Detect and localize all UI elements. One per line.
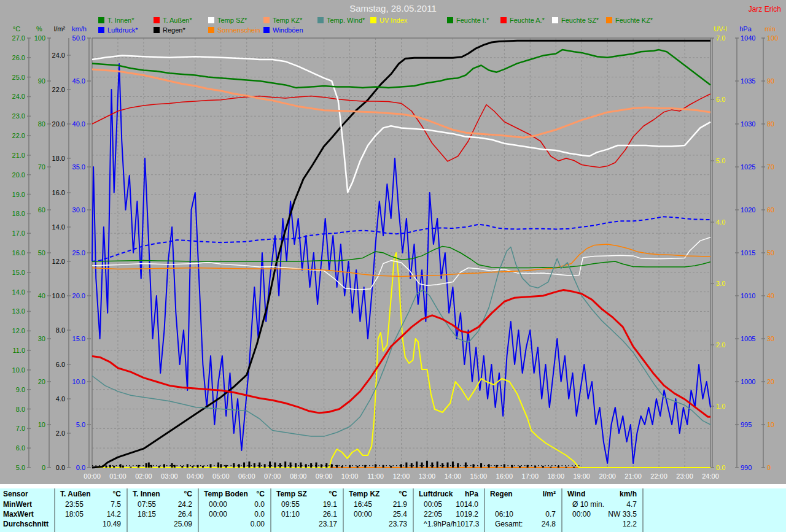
- axis-tick-label-degC: 18.0: [12, 210, 25, 217]
- axis-tick-label-kmh: 0.0: [76, 464, 85, 471]
- table-column-t-au-en: T. Außen°C23:557.518:0514.210.49: [54, 488, 126, 532]
- rain-rate-bar: [233, 463, 235, 468]
- x-axis-label: 05:00: [212, 472, 230, 480]
- axis-tick-label-lm2: 10.0: [52, 292, 65, 299]
- cell-value: 0.00: [251, 520, 265, 528]
- axis-tick-label-uvi: 7.0: [716, 34, 725, 42]
- cell-time: 00:00: [209, 500, 227, 509]
- axis-tick-label-lm2: 18.0: [52, 155, 65, 162]
- axis-tick-label-percent: 50: [38, 249, 45, 256]
- rain-rate-bar: [550, 467, 551, 468]
- axis-tick-label-min: 40: [767, 292, 774, 299]
- axis-tick-label-uvi: 5.0: [716, 157, 725, 164]
- sensor-unit: hPa: [465, 490, 478, 498]
- rain-rate-bar: [390, 466, 392, 468]
- cell-time: 18:15: [138, 510, 156, 519]
- x-axis-label: 23:00: [676, 472, 693, 480]
- x-axis-label: 02:00: [135, 472, 152, 480]
- sensor-unit: °C: [399, 490, 407, 498]
- axis-tick-label-percent: 60: [38, 206, 45, 214]
- rain-rate-bar: [106, 466, 107, 468]
- axis-tick-label-lm2: 12.0: [52, 258, 65, 265]
- axis-tick-label-hpa: 1035: [741, 77, 755, 85]
- cell-time: ^1.9hPa/h: [424, 520, 457, 528]
- rain-rate-bar: [284, 461, 286, 468]
- cell-time: 01:10: [281, 510, 300, 519]
- rain-rate-bar: [192, 466, 193, 468]
- cell-value: 19.1: [323, 500, 337, 509]
- sensor-unit: °C: [257, 490, 265, 498]
- rain-rate-bar: [181, 466, 183, 468]
- table-cell: 00:00NW 33.5: [572, 510, 637, 519]
- table-column-wind: Windkm/hØ 10 min.4.700:00NW 33.512.2: [561, 488, 642, 532]
- rain-rate-bar: [248, 461, 250, 468]
- sensor-unit: km/h: [620, 490, 637, 498]
- table-cell: 06:100.7: [495, 510, 556, 519]
- cell-value: 21.9: [393, 500, 407, 509]
- table-cell: 12.2: [572, 520, 637, 528]
- x-axis-label: 17:00: [522, 472, 539, 480]
- axis-tick-label-min: 90: [767, 77, 774, 85]
- x-axis-label: 07:00: [264, 472, 281, 480]
- axis-tick-label-uvi: 2.0: [716, 341, 725, 349]
- cell-value: 1014.0: [456, 500, 478, 509]
- axis-tick-label-degC: 8.0: [16, 406, 25, 413]
- table-cell: 00:0025.4: [354, 510, 407, 519]
- cell-value: 25.09: [174, 520, 192, 528]
- axis-tick-label-percent: 100: [34, 34, 45, 42]
- rain-rate-bar: [109, 465, 111, 468]
- rain-rate-bar: [542, 466, 544, 468]
- sensor-unit: °C: [184, 490, 192, 498]
- sensor-name: Temp KZ: [349, 490, 379, 498]
- sensor-name: Regen: [490, 490, 513, 498]
- table-column-temp-sz: Temp SZ°C09:5519.101:1026.123.17: [270, 488, 343, 532]
- rain-rate-bar: [290, 463, 292, 468]
- axis-tick-label-min: 10: [767, 421, 774, 428]
- axis-tick-label-uvi: 6.0: [716, 96, 725, 103]
- axis-tick-label-degC: 13.0: [12, 307, 25, 315]
- table-cell: 18:1526.4: [138, 510, 192, 519]
- axis-tick-label-degC: 12.0: [12, 327, 25, 334]
- axis-tick-label-lm2: 14.0: [52, 223, 65, 231]
- axis-tick-label-degC: 7.0: [16, 425, 25, 432]
- weather-chart: °C5.06.07.08.09.010.011.012.013.014.015.…: [0, 0, 786, 484]
- axis-tick-label-lm2: 0.0: [56, 464, 65, 471]
- table-cell: 18:0514.2: [65, 510, 121, 519]
- rain-rate-bar: [148, 463, 150, 468]
- cell-value: 1017.3: [457, 520, 480, 528]
- table-divider: [0, 484, 786, 488]
- axis-header-min: min: [765, 25, 776, 33]
- table-column-header: T. Außen°C: [60, 490, 121, 498]
- cell-value: 1019.2: [456, 510, 478, 519]
- rain-rate-bar: [566, 467, 567, 468]
- rain-rate-bar: [305, 464, 307, 468]
- x-axis-label: 22:00: [650, 472, 667, 480]
- axis-tick-label-percent: 70: [38, 163, 45, 171]
- rain-rate-bar: [259, 463, 260, 468]
- axis-tick-label-uvi: 4.0: [716, 218, 725, 226]
- rain-rate-bar: [202, 466, 204, 468]
- rain-rate-bar: [573, 467, 575, 468]
- rain-rate-bar: [158, 466, 160, 468]
- rain-rate-bar: [120, 464, 122, 468]
- rain-rate-bar: [243, 463, 245, 468]
- cell-value: 0.0: [254, 510, 265, 519]
- rain-rate-bar: [465, 463, 467, 468]
- cell-time: 09:55: [281, 500, 300, 509]
- rain-rate-bar: [416, 461, 418, 468]
- cell-time: 00:00: [354, 510, 372, 519]
- axis-tick-label-percent: 40: [38, 292, 45, 299]
- axis-tick-label-kmh: 5.0: [76, 421, 85, 428]
- rain-rate-bar: [238, 464, 240, 468]
- rain-rate-bar: [488, 464, 490, 468]
- axis-tick-label-degC: 25.0: [12, 74, 25, 81]
- x-axis-label: 13:00: [419, 472, 436, 480]
- axis-tick-label-degC: 21.0: [12, 152, 25, 159]
- axis-tick-label-kmh: 35.0: [72, 163, 85, 171]
- rain-rate-bar: [122, 466, 124, 468]
- axis-tick-label-degC: 22.0: [12, 132, 25, 139]
- rain-rate-bar: [269, 461, 271, 468]
- axis-tick-label-lm2: 20.0: [52, 120, 65, 128]
- x-axis-label: 16:00: [496, 472, 513, 480]
- table-cell: 01:1026.1: [281, 510, 337, 519]
